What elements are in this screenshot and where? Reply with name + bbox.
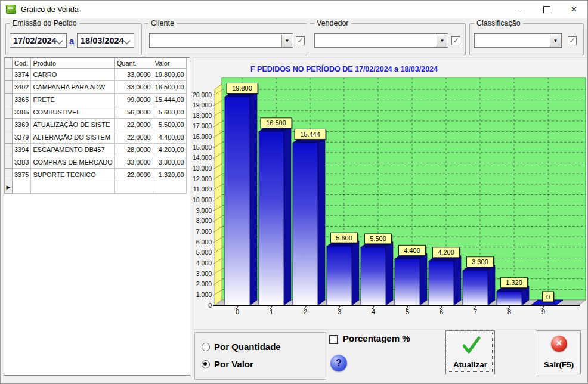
close-button[interactable]: ✕ — [561, 1, 587, 18]
table-cell: 3375 — [13, 169, 31, 181]
groupbox-vendedor-label: Vendedor — [314, 19, 351, 27]
table-row[interactable]: 3369ATUALIZAÇÃO DE SISTE22,00005.500,00 — [5, 119, 187, 131]
table-cell: 22,0000 — [114, 131, 153, 144]
combo-arrow-button[interactable]: ▼ — [550, 35, 561, 47]
table-body: 3374CARRO33,000019.800,003402CAMPANHA PA… — [5, 69, 187, 194]
table-cell: 3383 — [13, 156, 31, 169]
row-gutter — [5, 131, 13, 144]
svg-text:9: 9 — [541, 308, 545, 315]
svg-text:0: 0 — [236, 308, 239, 315]
table-row[interactable]: 3385COMBUSTIVEL56,00005.600,00 — [5, 106, 187, 119]
table-cell: ATUALIZAÇÃO DE SISTE — [31, 119, 114, 131]
table-cell: 5.600,00 — [153, 106, 186, 119]
radio-por-quantidade-label: Por Quantidade — [214, 342, 281, 352]
table-row[interactable]: 3374CARRO33,000019.800,00 — [5, 69, 187, 81]
sair-button[interactable]: ✕ Sair(F5) — [537, 330, 581, 374]
app-icon — [6, 5, 16, 14]
table-cell: 3379 — [13, 131, 31, 144]
svg-text:11.000: 11.000 — [193, 185, 212, 193]
table-cell: 3385 — [13, 106, 31, 119]
mode-groupbox: Por Quantidade Por Valor — [194, 332, 326, 380]
table-cell: CAMPANHA PARA ADW — [31, 81, 114, 94]
svg-text:8: 8 — [507, 308, 511, 315]
header-gutter — [5, 58, 13, 69]
svg-text:4.200: 4.200 — [438, 249, 454, 256]
table-cell: 15.444,00 — [153, 94, 186, 106]
table-cell — [13, 181, 31, 194]
record-indicator-icon: ▶ — [5, 181, 13, 194]
table-cell: 3402 — [13, 81, 31, 94]
table-cell: 3.300,00 — [153, 156, 186, 169]
svg-text:7: 7 — [474, 308, 477, 315]
groupbox-cliente: Cliente ▼ ✓ — [144, 23, 307, 55]
porcentagem-checkbox[interactable] — [329, 335, 338, 344]
help-icon[interactable]: ? — [330, 355, 347, 371]
svg-text:4.000: 4.000 — [196, 259, 212, 267]
svg-text:13.000: 13.000 — [193, 165, 212, 172]
products-grid-panel: Cod. Produto Quant. Valor 3374CARRO33,00… — [4, 57, 190, 376]
classificacao-combo[interactable]: ▼ — [474, 33, 562, 48]
red-close-glyph: ✕ — [556, 339, 562, 348]
table-cell: 3374 — [13, 69, 31, 81]
groupbox-cliente-label: Cliente — [148, 19, 177, 27]
maximize-button[interactable] — [533, 1, 560, 18]
row-gutter — [5, 144, 13, 156]
table-cell: 19.800,00 — [153, 69, 186, 81]
products-table: Cod. Produto Quant. Valor 3374CARRO33,00… — [4, 58, 187, 194]
maximize-icon — [543, 6, 550, 13]
combo-arrow-icon: ▼ — [440, 38, 445, 44]
titlebar: Gráfico de Venda – ✕ — [1, 1, 587, 18]
combo-arrow-button[interactable]: ▼ — [437, 35, 447, 47]
table-cell: COMPRAS DE MERCADO — [31, 156, 114, 169]
table-cell: 5.500,00 — [153, 119, 186, 131]
cliente-combo[interactable]: ▼ — [149, 33, 293, 48]
table-cell: FRETE — [31, 94, 114, 106]
record-indicator-row[interactable]: ▶ — [5, 181, 187, 194]
minimize-button[interactable]: – — [506, 1, 533, 18]
svg-text:18.000: 18.000 — [193, 112, 212, 119]
grafico-de-venda-window: Gráfico de Venda – ✕ Emissão do Pedido 1… — [0, 0, 588, 384]
row-gutter — [5, 106, 13, 119]
svg-text:0: 0 — [208, 302, 212, 309]
svg-text:16.000: 16.000 — [193, 133, 212, 140]
table-cell: SUPORTE TECNICO — [31, 169, 114, 181]
row-gutter — [5, 94, 13, 106]
table-row[interactable]: 3365FRETE99,000015.444,00 — [5, 94, 187, 106]
combo-arrow-button[interactable]: ▼ — [281, 35, 292, 47]
checkbox-check-icon: ✓ — [569, 36, 575, 45]
svg-text:6: 6 — [440, 308, 443, 315]
groupbox-classificacao: Classificação ▼ ✓ — [469, 23, 584, 55]
atualizar-button[interactable]: Atualizar — [445, 330, 495, 374]
svg-text:19.800: 19.800 — [232, 85, 252, 92]
sair-label: Sair(F5) — [537, 360, 580, 369]
table-row[interactable]: 3394ESCAPAMENTO DB45728,00004.200,00 — [5, 144, 187, 156]
vendedor-combo[interactable]: ▼ — [314, 33, 448, 48]
chevron-down-icon[interactable] — [123, 37, 131, 45]
atualizar-label: Atualizar — [446, 360, 494, 369]
col-header-cod: Cod. — [13, 58, 31, 69]
table-cell: 99,0000 — [114, 94, 153, 106]
combo-arrow-icon: ▼ — [553, 38, 558, 44]
vendedor-checkbox[interactable]: ✓ — [451, 36, 460, 45]
svg-text:15.444: 15.444 — [300, 131, 320, 138]
table-row[interactable]: 3402CAMPANHA PARA ADW33,000016.500,00 — [5, 81, 187, 94]
table-cell — [114, 181, 153, 194]
chevron-down-icon[interactable] — [55, 37, 63, 45]
checkbox-check-icon: ✓ — [297, 36, 303, 45]
svg-text:3: 3 — [338, 308, 341, 315]
table-cell: CARRO — [31, 69, 114, 81]
date-from-combo[interactable]: 17/02/2024 — [10, 33, 67, 48]
svg-text:5: 5 — [406, 308, 409, 315]
classificacao-checkbox[interactable]: ✓ — [568, 36, 577, 45]
svg-text:10.000: 10.000 — [193, 196, 212, 203]
porcentagem-label: Porcentagem % — [343, 333, 410, 343]
table-row[interactable]: 3383COMPRAS DE MERCADO33,00003.300,00 — [5, 156, 187, 169]
groupbox-classificacao-label: Classificação — [474, 19, 523, 27]
radio-por-valor-label: Por Valor — [214, 359, 253, 369]
cliente-checkbox[interactable]: ✓ — [296, 36, 305, 45]
green-check-icon — [460, 336, 482, 355]
table-cell — [153, 181, 186, 194]
date-to-combo[interactable]: 18/03/2024 — [77, 33, 134, 48]
table-row[interactable]: 3375SUPORTE TECNICO22,00001.320,00 — [5, 169, 187, 181]
table-row[interactable]: 3379ALTERAÇÃO DO SISTEM22,00004.400,00 — [5, 131, 187, 144]
